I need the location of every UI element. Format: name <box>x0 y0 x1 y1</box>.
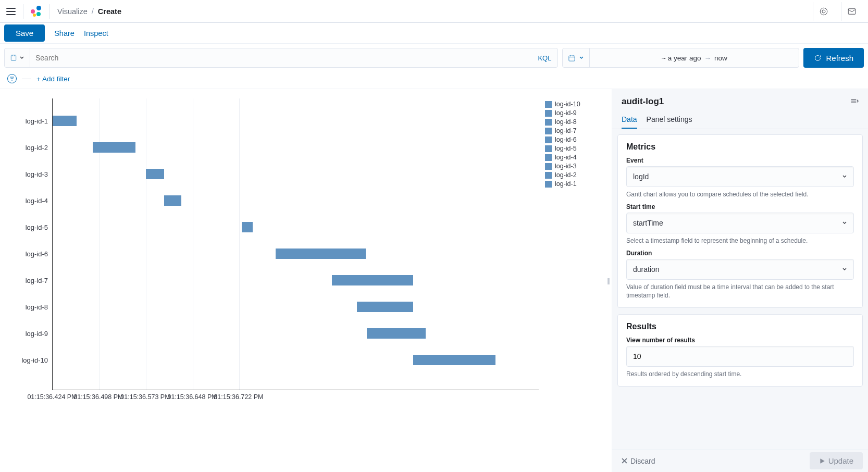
divider <box>22 79 31 79</box>
action-bar: Save Share Inspect <box>0 23 868 44</box>
breadcrumb-current: Create <box>98 7 121 16</box>
tab-data[interactable]: Data <box>622 111 637 129</box>
legend-label: log-id-3 <box>555 163 577 170</box>
svg-point-0 <box>820 8 827 15</box>
side-panel: audit-log1 Data Panel settings Metrics E… <box>612 89 868 472</box>
start-value: startTime <box>633 219 663 227</box>
menu-icon[interactable] <box>6 8 16 15</box>
event-value: logId <box>633 172 649 181</box>
results-label: View number of results <box>626 337 854 344</box>
legend-label: log-id-5 <box>555 145 577 152</box>
svg-rect-4 <box>569 56 575 61</box>
inspect-link[interactable]: Inspect <box>84 29 108 38</box>
discard-label: Discard <box>630 457 655 465</box>
start-help: Select a timestamp field to represent th… <box>626 237 854 245</box>
update-button[interactable]: Update <box>810 452 863 469</box>
breadcrumb-parent[interactable]: Visualize <box>57 7 88 16</box>
panel-tabs: Data Panel settings <box>612 111 868 129</box>
legend-item[interactable]: log-id-1 <box>545 180 596 188</box>
save-button[interactable]: Save <box>4 24 45 42</box>
gantt-bar[interactable] <box>357 302 413 312</box>
svg-rect-2 <box>848 8 855 14</box>
legend-item[interactable]: log-id-5 <box>545 145 596 152</box>
gantt-bar[interactable] <box>146 169 164 179</box>
time-range-display[interactable]: ~ a year ago → now <box>590 54 799 62</box>
help-icon[interactable] <box>813 2 834 21</box>
tab-panel-settings[interactable]: Panel settings <box>647 111 692 129</box>
search-row: KQL ~ a year ago → now Refresh <box>0 44 868 72</box>
chart-area: log-id-1log-id-2log-id-3log-id-4log-id-5… <box>0 89 605 472</box>
arrow-right-icon: → <box>704 54 712 62</box>
query-options-button[interactable] <box>5 48 30 67</box>
y-tick-label: log-id-7 <box>5 267 52 294</box>
duration-select[interactable]: duration <box>626 259 854 280</box>
x-axis: 01:15:36.424 PM01:15:36.498 PM01:15:36.5… <box>52 393 500 403</box>
y-tick-label: log-id-5 <box>5 214 52 241</box>
discard-button[interactable]: Discard <box>617 454 659 468</box>
filter-icon[interactable] <box>7 74 17 83</box>
legend-label: log-id-10 <box>555 101 580 108</box>
legend-item[interactable]: log-id-7 <box>545 127 596 134</box>
legend-swatch <box>545 110 552 117</box>
x-tick-label: 01:15:36.648 PM <box>167 393 217 401</box>
legend-label: log-id-2 <box>555 171 577 179</box>
x-tick-label: 01:15:36.722 PM <box>214 393 263 401</box>
gantt-bar[interactable] <box>242 222 253 232</box>
calendar-button[interactable] <box>563 48 590 67</box>
logo-icon[interactable] <box>31 6 42 17</box>
divider <box>23 4 23 19</box>
resize-handle[interactable]: ‖ <box>605 89 612 472</box>
top-bar: Visualize / Create <box>0 0 868 23</box>
start-label: Start time <box>626 203 854 210</box>
gantt-plot[interactable] <box>52 98 539 390</box>
svg-rect-3 <box>11 55 16 61</box>
gantt-bar[interactable] <box>53 116 77 126</box>
results-input[interactable] <box>626 346 854 367</box>
results-heading: Results <box>626 322 854 331</box>
y-tick-label: log-id-1 <box>5 108 52 134</box>
gantt-bar[interactable] <box>332 275 413 285</box>
legend-swatch <box>545 172 552 179</box>
y-tick-label: log-id-4 <box>5 188 52 214</box>
y-tick-label: log-id-9 <box>5 320 52 347</box>
legend-item[interactable]: log-id-10 <box>545 101 596 108</box>
legend-item[interactable]: log-id-9 <box>545 109 596 117</box>
start-select[interactable]: startTime <box>626 213 854 233</box>
event-help: Gantt chart allows you to compare schedu… <box>626 190 854 199</box>
gantt-bar[interactable] <box>413 355 496 365</box>
legend-swatch <box>545 145 552 152</box>
legend-swatch <box>545 136 552 143</box>
y-tick-label: log-id-3 <box>5 161 52 188</box>
legend-item[interactable]: log-id-3 <box>545 163 596 170</box>
legend-label: log-id-7 <box>555 127 577 134</box>
legend-label: log-id-1 <box>555 180 577 188</box>
metrics-heading: Metrics <box>626 142 854 152</box>
legend-item[interactable]: log-id-8 <box>545 118 596 126</box>
legend-item[interactable]: log-id-4 <box>545 154 596 161</box>
query-lang-toggle[interactable]: KQL <box>538 54 557 62</box>
refresh-button[interactable]: Refresh <box>803 48 864 68</box>
update-label: Update <box>828 456 853 465</box>
mail-icon[interactable] <box>841 2 862 21</box>
legend-item[interactable]: log-id-6 <box>545 136 596 143</box>
legend-item[interactable]: log-id-2 <box>545 171 596 179</box>
add-filter-link[interactable]: + Add filter <box>36 75 70 83</box>
share-link[interactable]: Share <box>54 29 75 38</box>
collapse-icon[interactable] <box>850 97 859 106</box>
search-input[interactable] <box>30 54 538 62</box>
event-select[interactable]: logId <box>626 166 854 187</box>
legend-swatch <box>545 128 552 134</box>
gantt-bar[interactable] <box>276 249 366 259</box>
gantt-bar[interactable] <box>93 142 135 153</box>
legend-label: log-id-6 <box>555 136 577 143</box>
y-tick-label: log-id-2 <box>5 134 52 161</box>
x-tick-label: 01:15:36.498 PM <box>73 393 123 401</box>
breadcrumb: Visualize / Create <box>57 7 121 16</box>
breadcrumb-sep: / <box>92 7 94 16</box>
y-axis: log-id-1log-id-2log-id-3log-id-4log-id-5… <box>5 98 52 390</box>
x-tick-label: 01:15:36.573 PM <box>120 393 170 401</box>
legend-swatch <box>545 119 552 126</box>
gantt-bar[interactable] <box>367 328 426 339</box>
filter-row: + Add filter <box>0 72 868 89</box>
gantt-bar[interactable] <box>164 195 182 206</box>
